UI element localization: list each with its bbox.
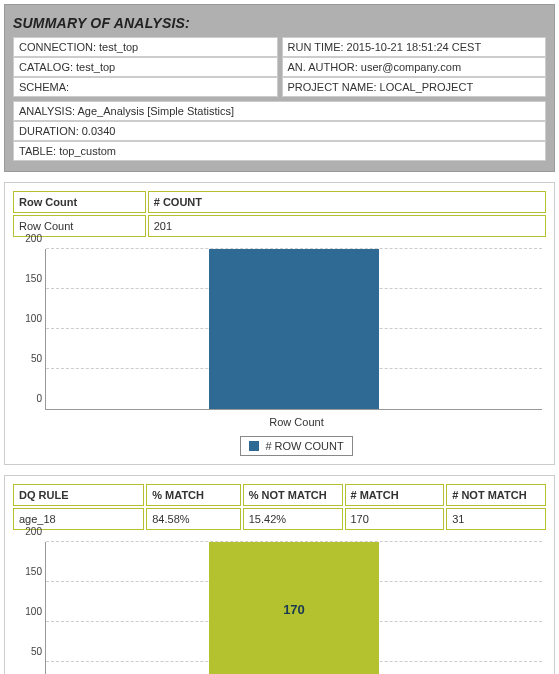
dqrule-panel: DQ RULE % MATCH % NOT MATCH # MATCH # NO… [4,475,555,674]
dqrule-bar: 170 31 [209,542,379,674]
summary-schema: SCHEMA: [13,77,278,97]
dqrule-chart: 200 150 100 50 0 170 31 age_18 # NOT MAT… [11,542,548,674]
dq-col-pmatch: % MATCH [146,484,241,506]
table-row: age_18 84.58% 15.42% 170 31 [13,508,546,530]
square-icon [249,441,259,451]
summary-duration: DURATION: 0.0340 [13,121,546,141]
match-segment: 170 [209,542,379,674]
summary-connection: CONNECTION: test_top [13,37,278,57]
rowcount-xlabel: Row Count [45,416,548,428]
rowcount-col-rowcount: Row Count [13,191,146,213]
rowcount-col-count: # COUNT [148,191,546,213]
summary-projectname: PROJECT NAME: LOCAL_PROJECT [282,77,547,97]
dq-col-rule: DQ RULE [13,484,144,506]
summary-title: SUMMARY OF ANALYSIS: [13,15,546,31]
summary-catalog: CATALOG: test_top [13,57,278,77]
rowcount-panel: Row Count # COUNT Row Count 201 200 150 … [4,182,555,465]
rowcount-bar [209,249,379,409]
rowcount-legend: # ROW COUNT [240,436,352,456]
dq-col-nnotmatch: # NOT MATCH [446,484,546,506]
summary-table: TABLE: top_custom [13,141,546,161]
dqrule-table: DQ RULE % MATCH % NOT MATCH # MATCH # NO… [11,482,548,532]
summary-runtime: RUN TIME: 2015-10-21 18:51:24 CEST [282,37,547,57]
summary-author: AN. AUTHOR: user@company.com [282,57,547,77]
rowcount-table: Row Count # COUNT Row Count 201 [11,189,548,239]
table-row: Row Count 201 [13,215,546,237]
summary-panel: SUMMARY OF ANALYSIS: CONNECTION: test_to… [4,4,555,172]
summary-analysis: ANALYSIS: Age_Analysis [Simple Statistic… [13,101,546,121]
dq-col-pnotmatch: % NOT MATCH [243,484,343,506]
dq-col-nmatch: # MATCH [345,484,445,506]
rowcount-chart: 200 150 100 50 0 Row Count # ROW COUNT [11,249,548,456]
